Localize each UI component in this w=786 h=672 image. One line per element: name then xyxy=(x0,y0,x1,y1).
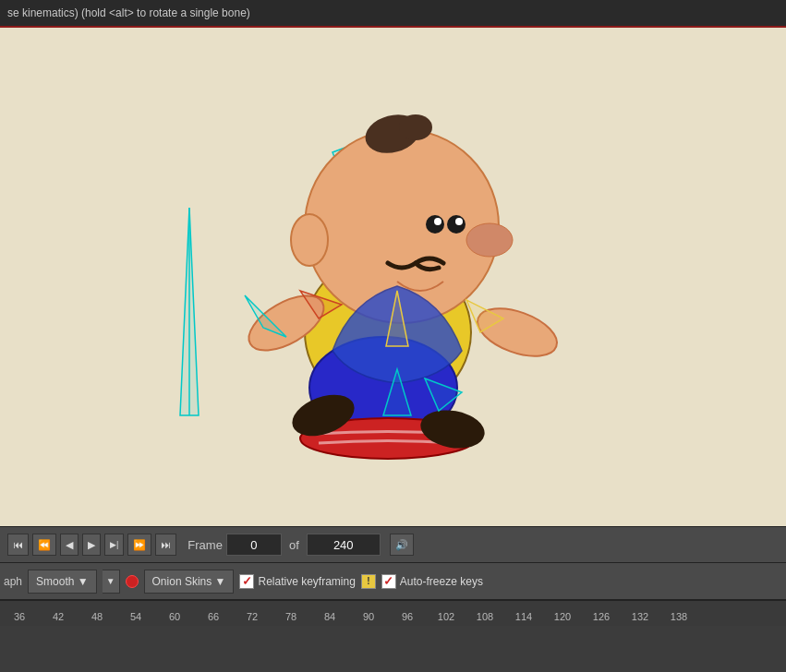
onion-skins-dropdown[interactable]: Onion Skins ▼ xyxy=(144,570,235,594)
frame-forward-button[interactable]: ▶| xyxy=(104,534,124,556)
step-forward-button[interactable]: ⏩ xyxy=(127,534,151,556)
relative-keyframing-group[interactable]: ✓ Relative keyframing xyxy=(239,574,355,589)
tick-96: 96 xyxy=(388,611,427,622)
step-back-button[interactable]: ⏪ xyxy=(32,534,56,556)
tick-108: 108 xyxy=(466,611,504,622)
smooth-dropdown-group: Smooth ▼ xyxy=(28,570,97,594)
svg-point-17 xyxy=(466,223,513,257)
auto-freeze-keys-group[interactable]: ✓ Auto-freeze keys xyxy=(381,574,483,589)
svg-point-13 xyxy=(426,215,444,234)
svg-point-15 xyxy=(434,218,441,225)
tick-66: 66 xyxy=(194,611,233,622)
smooth-dropdown[interactable]: Smooth ▼ xyxy=(28,570,97,594)
character-rig-svg xyxy=(0,28,786,526)
svg-point-14 xyxy=(447,215,466,234)
svg-point-16 xyxy=(455,218,463,225)
timeline-ruler[interactable]: 36 42 48 54 60 66 72 78 84 90 96 102 108… xyxy=(0,600,786,626)
tick-84: 84 xyxy=(310,611,349,622)
auto-freeze-keys-check[interactable]: ✓ xyxy=(381,574,396,589)
tick-90: 90 xyxy=(349,611,388,622)
onion-skins-arrow: ▼ xyxy=(215,575,226,588)
onion-skins-group: Onion Skins ▼ xyxy=(144,570,235,594)
ruler-tick-container: 36 42 48 54 60 66 72 78 84 90 96 102 108… xyxy=(0,601,698,626)
total-frames-input[interactable] xyxy=(307,534,381,556)
options-bar: aph Smooth ▼ ▼ Onion Skins ▼ ✓ Relative … xyxy=(0,563,786,600)
fast-forward-button[interactable]: ⏭ xyxy=(155,534,176,556)
smooth-label: Smooth xyxy=(36,575,74,588)
frame-label: Frame xyxy=(187,538,223,552)
frame-back-button[interactable]: ◀ xyxy=(60,534,79,556)
of-label: of xyxy=(289,538,299,552)
tick-78: 78 xyxy=(272,611,310,622)
onion-skins-label: Onion Skins xyxy=(152,575,212,588)
rewind-button[interactable]: ⏮ xyxy=(7,534,29,556)
svg-point-18 xyxy=(291,214,328,266)
auto-freeze-keys-label: Auto-freeze keys xyxy=(400,575,483,588)
tick-48: 48 xyxy=(78,611,116,622)
canvas-area[interactable] xyxy=(0,28,786,526)
tick-102: 102 xyxy=(427,611,466,622)
tick-36: 36 xyxy=(0,611,39,622)
playback-bar: ⏮ ⏪ ◀ ▶ ▶| ⏩ ⏭ Frame of 🔊 xyxy=(0,526,786,563)
smooth-arrow: ▼ xyxy=(78,575,89,588)
tick-120: 120 xyxy=(543,611,582,622)
second-arrow-icon: ▼ xyxy=(106,576,115,586)
warning-icon: ! xyxy=(361,574,376,589)
relative-keyframing-label: Relative keyframing xyxy=(258,575,355,588)
tick-54: 54 xyxy=(116,611,155,622)
current-frame-input[interactable] xyxy=(226,534,282,556)
second-arrow-button[interactable]: ▼ xyxy=(103,570,120,594)
tick-114: 114 xyxy=(504,611,543,622)
status-text: se kinematics) (hold <alt> to rotate a s… xyxy=(7,6,250,19)
tick-72: 72 xyxy=(233,611,272,622)
play-button[interactable]: ▶ xyxy=(82,534,101,556)
sound-button[interactable]: 🔊 xyxy=(390,534,414,556)
record-dot[interactable] xyxy=(126,575,139,588)
svg-point-10 xyxy=(399,114,432,140)
tick-42: 42 xyxy=(39,611,78,622)
graph-label: aph xyxy=(4,575,22,588)
tick-132: 132 xyxy=(621,611,659,622)
tick-138: 138 xyxy=(659,611,698,622)
tick-60: 60 xyxy=(155,611,194,622)
relative-keyframing-check[interactable]: ✓ xyxy=(239,574,254,589)
tick-126: 126 xyxy=(582,611,621,622)
status-bar: se kinematics) (hold <alt> to rotate a s… xyxy=(0,0,786,28)
